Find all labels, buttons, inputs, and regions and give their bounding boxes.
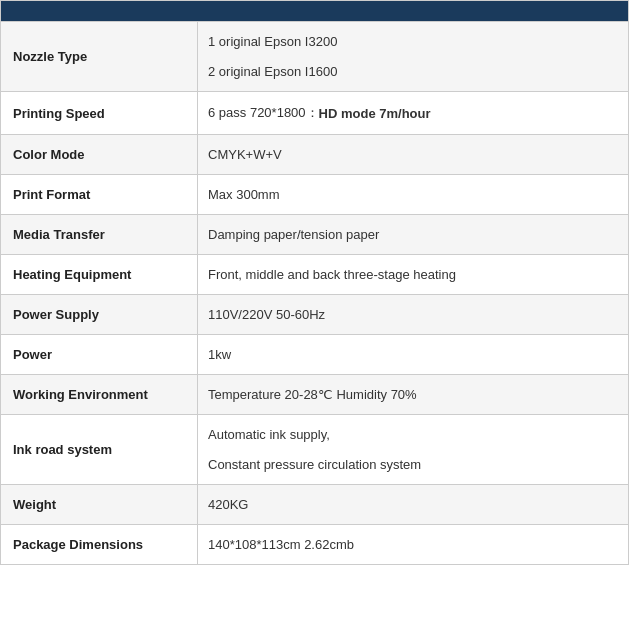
row-value: Max 300mm <box>198 175 628 214</box>
row-value: 140*108*113cm 2.62cmb <box>198 525 628 564</box>
spec-table: Nozzle Type1 original Epson I32002 origi… <box>0 0 629 565</box>
row-value: Automatic ink supply,Constant pressure c… <box>198 415 628 484</box>
row-label: Weight <box>1 485 198 524</box>
table-row: Heating EquipmentFront, middle and back … <box>1 254 628 294</box>
table-row: Color ModeCMYK+W+V <box>1 134 628 174</box>
row-label: Ink road system <box>1 415 198 484</box>
table-row: Working EnvironmentTemperature 20-28℃ Hu… <box>1 374 628 414</box>
value-line: Constant pressure circulation system <box>208 457 421 472</box>
row-value: Front, middle and back three-stage heati… <box>198 255 628 294</box>
table-row: Media TransferDamping paper/tension pape… <box>1 214 628 254</box>
value-line: 1 original Epson I3200 <box>208 34 337 49</box>
row-label: Package Dimensions <box>1 525 198 564</box>
row-label: Print Format <box>1 175 198 214</box>
row-value: Temperature 20-28℃ Humidity 70% <box>198 375 628 414</box>
row-value: 6 pass 720*1800：HD mode 7m/hour <box>198 92 628 134</box>
row-value: 420KG <box>198 485 628 524</box>
table-row: Print FormatMax 300mm <box>1 174 628 214</box>
row-label: Color Mode <box>1 135 198 174</box>
row-value: 1 original Epson I32002 original Epson I… <box>198 22 628 91</box>
value-bold: HD mode 7m/hour <box>319 106 431 121</box>
row-value: Damping paper/tension paper <box>198 215 628 254</box>
value-prefix: 6 pass 720*1800： <box>208 104 319 122</box>
row-value: 110V/220V 50-60Hz <box>198 295 628 334</box>
table-row: Printing Speed6 pass 720*1800：HD mode 7m… <box>1 91 628 134</box>
value-line: Automatic ink supply, <box>208 427 330 442</box>
row-value: CMYK+W+V <box>198 135 628 174</box>
row-label: Power Supply <box>1 295 198 334</box>
row-label: Working Environment <box>1 375 198 414</box>
row-label: Printing Speed <box>1 92 198 134</box>
table-header <box>1 1 628 21</box>
row-value: 1kw <box>198 335 628 374</box>
row-label: Power <box>1 335 198 374</box>
table-row: Ink road systemAutomatic ink supply,Cons… <box>1 414 628 484</box>
value-line: 2 original Epson I1600 <box>208 64 337 79</box>
table-row: Power Supply110V/220V 50-60Hz <box>1 294 628 334</box>
row-label: Media Transfer <box>1 215 198 254</box>
table-row: Nozzle Type1 original Epson I32002 origi… <box>1 21 628 91</box>
row-label: Heating Equipment <box>1 255 198 294</box>
table-row: Weight420KG <box>1 484 628 524</box>
table-row: Power1kw <box>1 334 628 374</box>
row-label: Nozzle Type <box>1 22 198 91</box>
table-row: Package Dimensions140*108*113cm 2.62cmb <box>1 524 628 564</box>
